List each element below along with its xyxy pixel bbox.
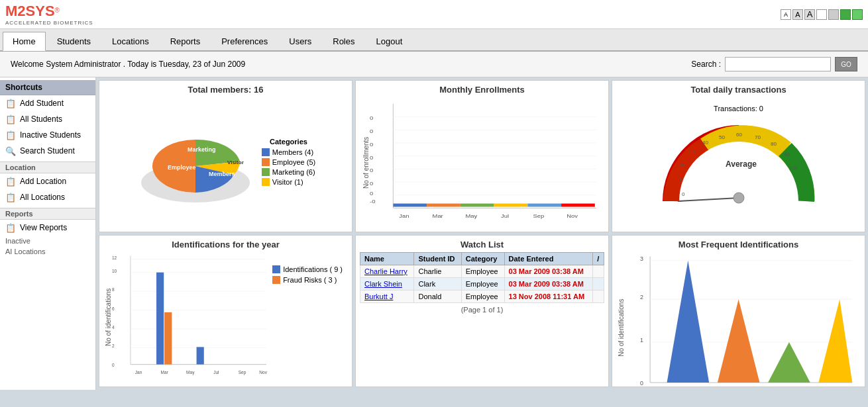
ctrl-a-small[interactable]: A xyxy=(781,9,791,20)
search-input[interactable] xyxy=(725,57,831,71)
gauge-svg: 0 10 20 30 40 50 60 70 80 90 100 Poor Av… xyxy=(659,115,818,221)
svg-text:-0: -0 xyxy=(370,198,376,204)
ctrl-a-large[interactable]: A xyxy=(804,9,815,20)
main-content: Shortcuts 📋 Add Student 📋 All Students 📋… xyxy=(0,77,868,390)
nav-students[interactable]: Students xyxy=(47,32,101,50)
sidebar-section-location: Location xyxy=(0,161,95,173)
svg-text:2: 2 xyxy=(640,294,643,300)
svg-text:Jul: Jul xyxy=(501,213,509,219)
date-charlie: 03 Mar 2009 03:38 AM xyxy=(504,265,593,278)
most-frequent-panel: Most Frequent Identifications No of iden… xyxy=(612,235,865,387)
sidebar-item-search-student[interactable]: 🔍 Search Student xyxy=(0,143,95,159)
svg-text:Average: Average xyxy=(726,159,757,169)
link-clark-shein[interactable]: Clark Shein xyxy=(364,280,402,288)
link-charlie-harry[interactable]: Charlie Harry xyxy=(364,267,407,275)
nav-preferences[interactable]: Preferences xyxy=(211,32,278,50)
most-frequent-title: Most Frequent Identifications xyxy=(616,240,861,249)
ctrl-green2[interactable] xyxy=(852,9,863,20)
nav-locations[interactable]: Locations xyxy=(102,32,159,50)
gauge-title: Total daily transactions xyxy=(616,85,861,95)
legend-box-visitor xyxy=(262,178,270,186)
ctrl-a-med[interactable]: A xyxy=(792,9,803,20)
svg-text:0: 0 xyxy=(370,154,373,160)
logo-registered: ® xyxy=(55,7,60,14)
bar-ident-mar xyxy=(164,312,172,365)
col-date-entered: Date Entered xyxy=(504,253,593,265)
svg-text:0: 0 xyxy=(682,191,685,197)
nav-roles[interactable]: Roles xyxy=(323,32,364,50)
dashboard: Total members: 16 xyxy=(96,77,868,390)
link-burkutt-j[interactable]: Burkutt J xyxy=(364,293,393,300)
svg-text:1: 1 xyxy=(640,337,643,343)
nav-reports[interactable]: Reports xyxy=(160,32,211,50)
ctrl-green1[interactable] xyxy=(840,9,851,20)
svg-text:May: May xyxy=(465,213,478,219)
nav-home[interactable]: Home xyxy=(3,32,46,51)
legend-identifications: Identifications ( 9 ) xyxy=(272,265,343,273)
legend-label-identifications: Identifications ( 9 ) xyxy=(283,265,343,273)
sidebar-item-add-student[interactable]: 📋 Add Student xyxy=(0,95,95,111)
watch-list-title: Watch List xyxy=(360,240,604,249)
pie-label-employee: Employee xyxy=(168,164,196,171)
svg-text:6: 6 xyxy=(112,306,115,312)
sidebar-title: Shortcuts xyxy=(0,80,95,95)
sidebar-item-view-reports[interactable]: 📋 View Reports xyxy=(0,220,95,236)
freq-y-label: No of identifications xyxy=(616,252,625,387)
nav-users[interactable]: Users xyxy=(279,32,321,50)
ctrl-white[interactable] xyxy=(816,9,827,20)
freq-svg: 0 1 2 3 xyxy=(625,252,861,387)
sidebar: Shortcuts 📋 Add Student 📋 All Students 📋… xyxy=(0,77,96,390)
sidebar-item-all-locations[interactable]: 📋 All Locations xyxy=(0,189,95,205)
svg-rect-20 xyxy=(461,204,494,207)
svg-text:10: 10 xyxy=(677,177,682,183)
nav-bar: Home Students Locations Reports Preferen… xyxy=(0,29,868,52)
pagination: (Page 1 of 1) xyxy=(360,306,604,314)
ctrl-gray[interactable] xyxy=(828,9,839,20)
svg-text:30: 30 xyxy=(689,149,695,155)
monthly-y-axis-label: No of enrollments xyxy=(360,97,370,228)
svg-point-45 xyxy=(733,193,744,203)
all-students-icon: 📋 xyxy=(5,114,16,124)
col-name: Name xyxy=(360,253,414,265)
view-reports-icon: 📋 xyxy=(5,222,16,233)
svg-rect-22 xyxy=(527,204,561,207)
header-controls: A A A xyxy=(781,9,863,20)
watch-list-panel: Watch List Name Student ID Category Date… xyxy=(355,235,609,387)
svg-text:40: 40 xyxy=(702,140,708,146)
legend-box-fraud-risks xyxy=(272,276,280,284)
legend-members: Members (4) xyxy=(262,148,315,156)
svg-text:0: 0 xyxy=(370,190,373,196)
identifications-bar-area: No of identifications 0 2 4 6 8 10 12 xyxy=(103,252,348,383)
category-charlie: Employee xyxy=(461,265,504,278)
svg-text:20: 20 xyxy=(679,162,685,168)
svg-text:Mar: Mar xyxy=(433,213,443,219)
legend-title: Categories xyxy=(262,138,315,146)
svg-text:0: 0 xyxy=(370,115,373,121)
sidebar-item-inactive-students[interactable]: 📋 Inactive Students xyxy=(0,127,95,143)
student-id-charlie: Charlie xyxy=(414,265,461,278)
legend-label-fraud-risks: Fraud Risks ( 3 ) xyxy=(283,276,337,284)
svg-text:Jan: Jan xyxy=(399,213,409,219)
svg-text:90: 90 xyxy=(784,152,790,158)
sidebar-item-add-location[interactable]: 📋 Add Location xyxy=(0,173,95,189)
nav-logout[interactable]: Logout xyxy=(366,32,413,50)
search-area: Search : GO xyxy=(691,57,857,71)
identifications-year-panel: Identifications for the year No of ident… xyxy=(99,235,353,387)
svg-text:Jan: Jan xyxy=(135,369,142,375)
legend-box-identifications xyxy=(272,265,280,273)
identifications-svg: 0 2 4 6 8 10 12 xyxy=(112,252,272,383)
svg-text:2: 2 xyxy=(112,343,115,349)
pie-legend: Categories Members (4) Employee (5) Mark… xyxy=(262,138,315,188)
sidebar-inactive-label: Inactive xyxy=(0,236,95,246)
student-id-clark: Clark xyxy=(414,278,461,291)
sidebar-item-all-students[interactable]: 📋 All Students xyxy=(0,111,95,127)
logo-subtitle: ACCELERATED BIOMETRICS xyxy=(5,20,93,26)
search-button[interactable]: GO xyxy=(835,57,857,71)
svg-text:Sep: Sep xyxy=(239,369,246,375)
sidebar-label-view-reports: View Reports xyxy=(20,223,67,232)
svg-text:Mar: Mar xyxy=(161,369,169,375)
inactive-students-icon: 📋 xyxy=(5,130,16,140)
svg-rect-19 xyxy=(427,204,461,207)
legend-box-employee xyxy=(262,158,270,166)
pie-label-marketing: Marketing xyxy=(188,146,216,153)
